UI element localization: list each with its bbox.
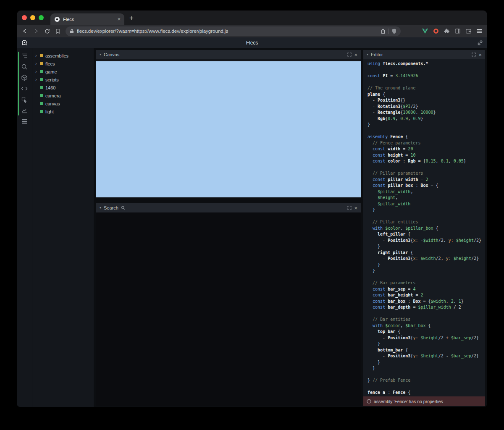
search-panel-header[interactable]: ▾ Search × [96, 203, 361, 212]
browser-toolbar: flecs.dev/explorer/?wasm=https://www.fle… [17, 25, 487, 37]
code-line: - Rotation3{$PI/2} [368, 104, 485, 110]
tree-item-1460[interactable]: 1460 [32, 84, 94, 92]
recorder-extension-icon[interactable] [433, 29, 438, 34]
entity-color-square [40, 62, 43, 65]
chevron-down-icon[interactable]: ▾ [100, 53, 101, 56]
code-icon[interactable] [21, 85, 28, 92]
side-panel-icon[interactable] [455, 29, 460, 34]
close-panel-icon[interactable]: × [354, 205, 357, 211]
code-line [368, 311, 485, 317]
menu-icon[interactable] [477, 29, 482, 33]
inspector-icon[interactable] [21, 96, 28, 103]
statistics-icon[interactable] [21, 107, 28, 114]
code-line: } [368, 262, 485, 268]
tree-item-label: flecs [45, 61, 55, 66]
code-line: // Fence parameters [368, 140, 485, 147]
code-line: - Position3{y: $height/2 - $bar_sep/2} [368, 353, 485, 359]
tree-item-canvas[interactable]: canvas [32, 100, 94, 108]
error-message: assembly 'Fence' has no properties [374, 399, 443, 404]
minimize-window-button[interactable] [30, 15, 35, 20]
expand-arrow-icon[interactable]: › [35, 53, 39, 58]
entities-icon[interactable] [21, 74, 28, 81]
code-line [368, 128, 485, 134]
app-header: Flecs [17, 37, 487, 48]
traffic-lights [22, 15, 44, 20]
extensions-puzzle-icon[interactable] [444, 29, 449, 34]
info-circle-icon [367, 399, 371, 404]
code-line: - Position3{} [368, 97, 485, 104]
code-line: // Pillar parameters [368, 170, 485, 177]
editor-code[interactable]: using flecs.components.* const PI = 3.14… [363, 59, 485, 396]
vue-devtools-icon[interactable] [422, 29, 428, 34]
code-line: top_bar { [368, 329, 485, 335]
extensions-group [422, 29, 482, 34]
code-line: - Rectangle{10000, 10000} [368, 110, 485, 116]
flecs-explorer-app: Flecs [17, 37, 487, 407]
tree-item-camera[interactable]: camera [32, 92, 94, 100]
canvas-panel-header[interactable]: ▾ Canvas × [96, 50, 361, 59]
code-line [368, 372, 485, 378]
close-window-button[interactable] [22, 15, 27, 20]
search-icon[interactable] [21, 63, 28, 70]
code-line: const height = 10 [368, 152, 485, 159]
new-tab-button[interactable]: + [129, 14, 134, 21]
screenshot-root: { "browser": { "tab_title": "Flecs", "ur… [0, 0, 504, 430]
search-results-area[interactable] [96, 212, 361, 406]
browser-tab[interactable]: Flecs × [50, 13, 124, 25]
expand-arrow-icon[interactable]: › [35, 61, 39, 66]
wallet-icon[interactable] [466, 29, 471, 34]
code-line: } [368, 244, 485, 250]
code-line: const PI = 3.1415926 [368, 73, 485, 79]
expand-panel-icon[interactable] [347, 52, 352, 57]
code-line [368, 67, 485, 73]
address-bar[interactable]: flecs.dev/explorer/?wasm=https://www.fle… [66, 26, 401, 36]
tree-item-flecs[interactable]: ›flecs [32, 60, 94, 68]
chevron-down-icon[interactable]: ▾ [367, 53, 368, 56]
close-panel-icon[interactable]: × [478, 52, 482, 58]
share-link-icon[interactable] [477, 40, 483, 46]
browser-window: Flecs × + flecs.dev/explorer/?wasm=https… [17, 10, 487, 407]
tree-item-assemblies[interactable]: ›assemblies [32, 52, 94, 60]
tree-item-label: light [45, 109, 54, 114]
code-line: const pillar_box : Box = { [368, 183, 485, 189]
bookmark-icon[interactable] [55, 29, 60, 34]
close-panel-icon[interactable]: × [354, 52, 357, 58]
entity-tree-icon[interactable] [21, 52, 28, 59]
code-line: } [368, 268, 485, 274]
code-line: $pillar_width [368, 201, 485, 207]
tab-strip: Flecs × + [17, 10, 487, 25]
active-panels-indicator [18, 52, 19, 115]
canvas-body [96, 59, 361, 198]
back-button[interactable] [22, 28, 28, 34]
code-line: // Bar parameters [368, 280, 485, 286]
pill-divider [388, 29, 389, 34]
code-line: fence_a : Fence { [368, 390, 485, 396]
entity-tree-panel: ›assemblies›flecs›game›scripts1460camera… [32, 48, 94, 407]
center-column: ▾ Canvas × ▾ Search [96, 50, 361, 406]
chevron-down-icon[interactable]: ▾ [100, 206, 101, 210]
forward-button[interactable] [33, 28, 39, 34]
code-line: } [368, 122, 485, 128]
code-line: // Pillar entities [368, 219, 485, 225]
tree-item-scripts[interactable]: ›scripts [32, 76, 94, 84]
queries-icon[interactable] [21, 118, 28, 125]
reload-button[interactable] [45, 29, 50, 34]
tab-close-icon[interactable]: × [117, 16, 121, 22]
zoom-window-button[interactable] [39, 15, 44, 20]
brave-shield-icon[interactable] [392, 29, 396, 34]
editor-panel-header[interactable]: ▾ Editor × [363, 50, 485, 59]
code-line: } // Prefab Fence [368, 378, 485, 384]
entity-color-square [40, 102, 43, 105]
tree-item-game[interactable]: ›game [32, 68, 94, 76]
entity-color-square [40, 54, 43, 57]
tree-item-label: scripts [45, 77, 59, 82]
canvas-scene[interactable] [96, 61, 361, 197]
url-text[interactable]: flecs.dev/explorer/?wasm=https://www.fle… [77, 29, 378, 34]
expand-panel-icon[interactable] [347, 206, 352, 210]
tree-item-light[interactable]: light [32, 108, 94, 115]
expand-arrow-icon[interactable]: › [35, 69, 39, 74]
editor-error-bar: assembly 'Fence' has no properties [363, 396, 485, 406]
share-icon[interactable] [381, 29, 386, 34]
expand-arrow-icon[interactable]: › [35, 77, 39, 82]
expand-panel-icon[interactable] [472, 52, 476, 57]
